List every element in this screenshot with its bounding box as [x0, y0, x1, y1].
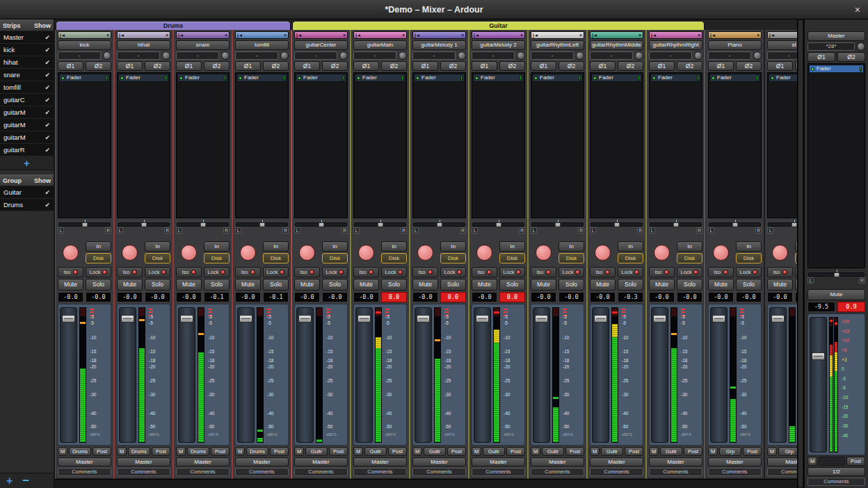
trim-display[interactable]: -: [708, 51, 751, 60]
processor-box[interactable]: Fader: [176, 72, 230, 218]
comments-button[interactable]: Comments: [767, 468, 797, 476]
comments-button[interactable]: Comments: [294, 468, 348, 476]
processor-enable-led[interactable]: [771, 76, 774, 80]
gain-display[interactable]: -0.0: [294, 292, 320, 302]
monitor-input-button[interactable]: In: [86, 241, 111, 252]
fader-processor[interactable]: Fader: [177, 74, 228, 82]
gain-fader[interactable]: [533, 307, 550, 443]
meter-point-button[interactable]: Post: [270, 447, 289, 456]
strips-list-item[interactable]: tomfill✔: [0, 81, 54, 94]
group-button[interactable]: Guitr: [660, 447, 682, 456]
pan-control[interactable]: LR: [412, 220, 466, 238]
solo-isolate-button[interactable]: Iso: [649, 267, 675, 277]
processor-box[interactable]: Fader: [472, 72, 525, 218]
master-comments-button[interactable]: Comments: [807, 478, 865, 486]
strip-name-button[interactable]: guitarMelody 2: [472, 40, 525, 50]
pan-track[interactable]: [590, 222, 643, 227]
solo-isolate-button[interactable]: Iso: [353, 267, 379, 277]
output-button[interactable]: Master: [767, 457, 797, 466]
strip-name-button[interactable]: tomfill: [235, 40, 289, 50]
monitor-disk-button[interactable]: Disk: [381, 253, 407, 263]
fader-processor[interactable]: Fader: [650, 74, 701, 82]
phase-invert-2-button[interactable]: Ø2: [499, 61, 525, 71]
phase-invert-2-button[interactable]: Ø2: [263, 61, 289, 71]
metering-button[interactable]: M: [353, 447, 363, 456]
group-button[interactable]: Drums: [69, 447, 91, 456]
comments-button[interactable]: Comments: [531, 468, 584, 476]
metering-button[interactable]: M: [708, 447, 718, 456]
gain-fader[interactable]: [415, 307, 432, 443]
strips-list-item[interactable]: kick✔: [0, 44, 54, 56]
gain-fader-handle[interactable]: [239, 315, 252, 323]
monitor-input-button[interactable]: In: [381, 241, 407, 252]
hide-strip-icon[interactable]: ×: [638, 32, 641, 38]
gain-display[interactable]: -0.0: [412, 292, 438, 302]
metering-button[interactable]: M: [235, 447, 245, 456]
pan-control[interactable]: LR: [58, 220, 111, 238]
phase-invert-1-button[interactable]: Ø1: [767, 61, 793, 71]
narrow-strip-icon[interactable]: |◄: [178, 32, 184, 38]
fader-processor[interactable]: Fader: [296, 74, 346, 82]
solo-button[interactable]: Solo: [736, 279, 762, 291]
mute-button[interactable]: Mute: [235, 279, 261, 291]
fader-processor[interactable]: Fader: [59, 74, 110, 82]
phase-invert-1-button[interactable]: Ø1: [531, 61, 556, 71]
pan-handle[interactable]: [791, 222, 797, 227]
pan-control[interactable]: LR: [531, 220, 584, 238]
strip-name-button[interactable]: Piano: [708, 40, 762, 50]
gain-display[interactable]: -0.0: [353, 292, 379, 302]
narrow-strip-icon[interactable]: |◄: [60, 32, 65, 38]
group-tab-drums[interactable]: Drums: [56, 21, 291, 30]
metering-button[interactable]: M: [117, 447, 127, 456]
strip-visibility-check[interactable]: ✔: [45, 97, 50, 104]
monitor-disk-button[interactable]: Disk: [86, 253, 111, 263]
phase-invert-1-button[interactable]: Ø1: [412, 61, 438, 71]
record-enable-button[interactable]: [358, 245, 374, 261]
gain-fader[interactable]: [296, 307, 314, 443]
processor-enable-led[interactable]: [475, 76, 479, 80]
pan-track[interactable]: [808, 273, 865, 277]
comments-button[interactable]: Comments: [472, 468, 525, 476]
pan-track[interactable]: [472, 222, 524, 227]
strips-list-item[interactable]: guitarR✔: [0, 144, 54, 156]
processor-enable-led[interactable]: [652, 76, 656, 80]
monitor-disk-button[interactable]: Disk: [618, 253, 643, 263]
phase-invert-1-button[interactable]: Ø1: [235, 61, 261, 71]
solo-lock-button[interactable]: Lock: [558, 267, 584, 277]
phase-invert-2-button[interactable]: Ø2: [322, 61, 348, 71]
strip-name-button[interactable]: hihat: [117, 40, 170, 50]
trim-knob[interactable]: [517, 51, 525, 60]
solo-isolate-button[interactable]: Iso: [235, 267, 261, 277]
gain-fader[interactable]: [178, 307, 195, 443]
processor-box[interactable]: Fader: [708, 72, 762, 218]
phase-invert-2-button[interactable]: Ø2: [145, 61, 170, 71]
solo-lock-button[interactable]: Lock: [618, 267, 643, 277]
mute-button[interactable]: Mute: [353, 279, 379, 291]
narrow-strip-icon[interactable]: |◄: [355, 32, 361, 38]
monitor-disk-button[interactable]: Disk: [736, 253, 762, 263]
group-show-check[interactable]: ✔: [45, 189, 50, 196]
hide-strip-icon[interactable]: ×: [106, 32, 109, 38]
monitor-input-button[interactable]: In: [736, 241, 762, 252]
solo-isolate-button[interactable]: Iso: [531, 267, 556, 277]
solo-isolate-button[interactable]: Iso: [767, 267, 793, 277]
pan-handle[interactable]: [613, 222, 620, 227]
phase-invert-2-button[interactable]: Ø2: [558, 61, 584, 71]
fader-processor[interactable]: Fader: [355, 74, 405, 82]
groups-list-item[interactable]: Guitar✔: [0, 186, 54, 199]
group-tab-guitar[interactable]: Guitar: [292, 21, 705, 30]
strips-list-item[interactable]: guitarM✔: [0, 131, 54, 144]
metering-button[interactable]: M: [58, 447, 67, 456]
gain-fader-handle[interactable]: [771, 315, 785, 323]
record-enable-button[interactable]: [63, 245, 79, 261]
trim-display[interactable]: -: [176, 51, 219, 60]
monitor-input-button[interactable]: In: [322, 241, 348, 252]
output-button[interactable]: Master: [235, 457, 289, 466]
comments-button[interactable]: Comments: [58, 468, 111, 476]
metering-button[interactable]: M: [472, 447, 481, 456]
metering-button[interactable]: M: [767, 447, 777, 456]
record-enable-button[interactable]: [536, 245, 552, 261]
processor-enable-led[interactable]: [298, 76, 301, 80]
gain-fader[interactable]: [710, 307, 728, 443]
pan-handle[interactable]: [495, 222, 501, 227]
